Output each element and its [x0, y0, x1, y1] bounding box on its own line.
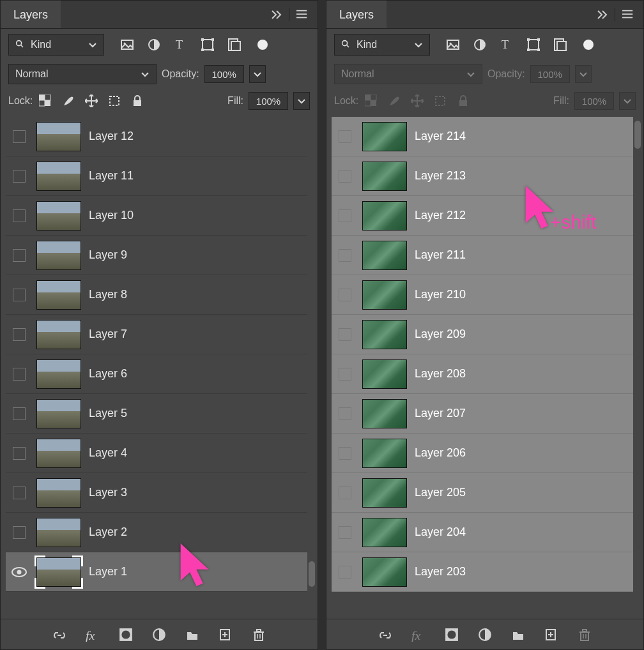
fx-icon[interactable]: [84, 626, 101, 643]
visibility-toggle[interactable]: [335, 563, 355, 582]
scrollbar-thumb[interactable]: [309, 561, 315, 587]
layer-thumbnail[interactable]: [362, 439, 407, 468]
layer-thumbnail[interactable]: [362, 478, 407, 508]
layer-row[interactable]: Layer 208: [332, 354, 633, 394]
lock-all-icon[interactable]: [456, 93, 471, 109]
layer-list[interactable]: Layer 12 Layer 11 Layer 10 Layer 9 L: [1, 114, 318, 619]
layer-thumbnail[interactable]: [36, 399, 81, 428]
layer-name[interactable]: Layer 11: [89, 169, 303, 183]
visibility-toggle[interactable]: [10, 167, 29, 186]
layer-name[interactable]: Layer 207: [415, 407, 629, 420]
layer-thumbnail[interactable]: [362, 122, 407, 151]
layer-row[interactable]: Layer 3: [6, 473, 307, 513]
layer-thumbnail[interactable]: [362, 359, 407, 389]
layer-row[interactable]: Layer 214: [332, 117, 633, 156]
layer-name[interactable]: Layer 205: [415, 486, 629, 499]
visibility-toggle[interactable]: [335, 523, 355, 542]
lock-transparency-icon[interactable]: [364, 93, 379, 109]
layer-thumbnail[interactable]: [362, 201, 407, 231]
layer-name[interactable]: Layer 1: [89, 565, 303, 578]
filter-shape-icon[interactable]: [526, 37, 541, 52]
layer-row[interactable]: Layer 1: [6, 552, 307, 592]
collapse-icon[interactable]: [267, 10, 285, 20]
opacity-field[interactable]: 100%: [204, 65, 244, 83]
visibility-toggle[interactable]: [10, 404, 29, 423]
layer-name[interactable]: Layer 208: [415, 367, 629, 381]
delete-layer-icon[interactable]: [576, 626, 593, 643]
layer-name[interactable]: Layer 7: [89, 328, 303, 341]
fill-field[interactable]: 100%: [249, 92, 288, 110]
layer-thumbnail[interactable]: [36, 320, 81, 349]
filter-pixel-icon[interactable]: [445, 37, 461, 52]
layer-thumbnail[interactable]: [36, 280, 81, 310]
add-mask-icon[interactable]: [443, 626, 460, 643]
filter-type-icon[interactable]: [173, 37, 188, 52]
add-mask-icon[interactable]: [118, 626, 134, 643]
layer-name[interactable]: Layer 212: [415, 209, 629, 222]
layer-row[interactable]: Layer 211: [332, 236, 633, 275]
visibility-toggle[interactable]: [10, 365, 29, 384]
lock-all-icon[interactable]: [130, 93, 145, 109]
visibility-toggle[interactable]: [335, 167, 355, 186]
filter-kind-dropdown[interactable]: Kind: [8, 34, 104, 56]
panel-menu-icon[interactable]: [293, 9, 311, 20]
layer-thumbnail[interactable]: [36, 122, 81, 151]
tab-layers[interactable]: Layers: [1, 1, 61, 28]
visibility-toggle[interactable]: [335, 246, 355, 265]
layer-name[interactable]: Layer 5: [89, 407, 303, 420]
visibility-toggle[interactable]: [10, 563, 29, 582]
filter-smartobject-icon[interactable]: [227, 37, 242, 52]
visibility-toggle[interactable]: [10, 483, 29, 503]
layer-name[interactable]: Layer 213: [415, 169, 629, 183]
layer-row[interactable]: Layer 212: [332, 196, 633, 236]
layer-row[interactable]: Layer 210: [332, 275, 633, 315]
adjustment-layer-icon[interactable]: [151, 626, 167, 643]
layer-thumbnail[interactable]: [36, 162, 81, 191]
new-layer-icon[interactable]: [543, 626, 560, 643]
blend-mode-dropdown[interactable]: Normal: [334, 64, 482, 84]
filter-adjustment-icon[interactable]: [472, 37, 487, 52]
visibility-toggle[interactable]: [10, 285, 29, 305]
visibility-toggle[interactable]: [335, 365, 355, 384]
layer-row[interactable]: Layer 9: [6, 236, 307, 275]
lock-position-icon[interactable]: [410, 93, 425, 109]
panel-menu-icon[interactable]: [619, 9, 637, 20]
visibility-toggle[interactable]: [335, 285, 355, 305]
layer-list[interactable]: Layer 214 Layer 213 Layer 212 Layer 211: [326, 114, 643, 619]
layer-thumbnail[interactable]: [362, 280, 407, 310]
layer-thumbnail[interactable]: [362, 320, 407, 349]
layer-name[interactable]: Layer 209: [415, 328, 629, 341]
opacity-stepper[interactable]: [249, 65, 266, 83]
layer-row[interactable]: Layer 203: [332, 552, 633, 592]
filter-shape-icon[interactable]: [200, 37, 215, 52]
visibility-toggle[interactable]: [335, 127, 355, 146]
lock-artboard-icon[interactable]: [433, 93, 448, 109]
layer-thumbnail[interactable]: [36, 359, 81, 389]
layer-name[interactable]: Layer 8: [89, 288, 303, 301]
lock-artboard-icon[interactable]: [107, 93, 122, 109]
link-layers-icon[interactable]: [377, 626, 394, 643]
layer-row[interactable]: Layer 204: [332, 513, 633, 552]
fx-icon[interactable]: [410, 626, 427, 643]
lock-pixels-icon[interactable]: [387, 93, 402, 109]
filter-toggle-switch[interactable]: [257, 40, 268, 50]
layer-name[interactable]: Layer 203: [415, 565, 629, 578]
layer-thumbnail[interactable]: [362, 162, 407, 191]
layer-thumbnail[interactable]: [36, 439, 81, 468]
layer-thumbnail[interactable]: [36, 518, 81, 547]
layer-row[interactable]: Layer 10: [6, 196, 307, 236]
layer-name[interactable]: Layer 12: [89, 130, 303, 143]
scrollbar-thumb[interactable]: [634, 121, 641, 149]
layer-row[interactable]: Layer 7: [6, 315, 307, 354]
layer-name[interactable]: Layer 6: [89, 367, 303, 381]
layer-name[interactable]: Layer 206: [415, 446, 629, 460]
layer-row[interactable]: Layer 8: [6, 275, 307, 315]
layer-thumbnail[interactable]: [36, 478, 81, 508]
link-layers-icon[interactable]: [51, 626, 68, 643]
layer-thumbnail[interactable]: [362, 399, 407, 428]
layer-thumbnail[interactable]: [36, 201, 81, 231]
fill-stepper[interactable]: [293, 92, 310, 110]
tab-layers[interactable]: Layers: [326, 1, 387, 28]
visibility-toggle[interactable]: [10, 325, 29, 344]
lock-position-icon[interactable]: [84, 93, 99, 109]
